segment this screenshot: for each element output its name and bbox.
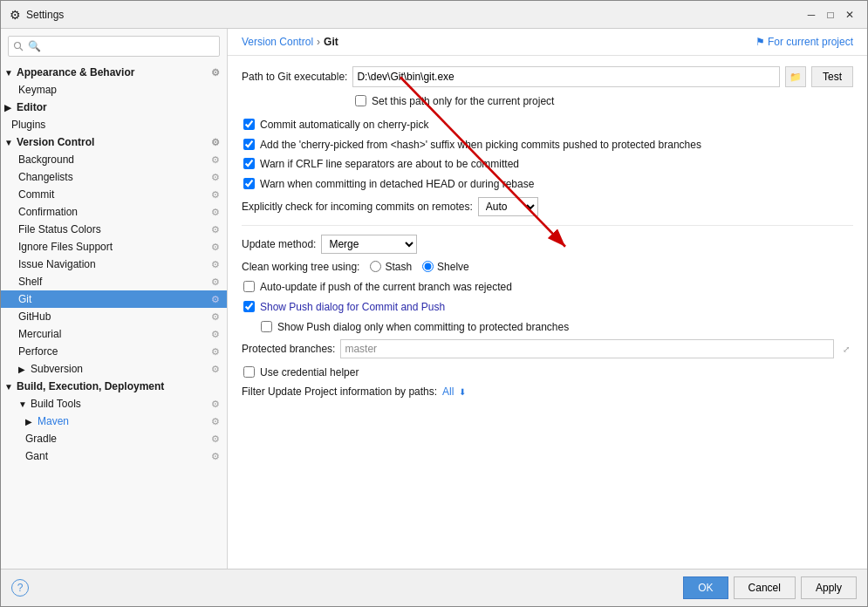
expand-arrow-maven: ▶ bbox=[25, 417, 34, 426]
gear-icon-shelf: ⚙ bbox=[211, 276, 220, 288]
gear-icon-confirmation: ⚙ bbox=[211, 207, 220, 218]
ok-button[interactable]: OK bbox=[683, 576, 728, 599]
maximize-button[interactable]: □ bbox=[822, 6, 839, 24]
right-panel: Version Control › Git ⚑ For current proj… bbox=[228, 29, 867, 569]
sidebar-label-build: Build, Execution, Deployment bbox=[17, 380, 164, 392]
filter-row: Filter Update Project information by pat… bbox=[242, 385, 853, 398]
sidebar-label-issue-navigation: Issue Navigation bbox=[18, 258, 96, 270]
sidebar-item-keymap[interactable]: Keymap bbox=[1, 81, 227, 99]
sidebar-item-plugins[interactable]: Plugins bbox=[1, 116, 227, 133]
gear-icon-github: ⚙ bbox=[211, 311, 220, 323]
gear-icon-perforce: ⚙ bbox=[211, 346, 220, 358]
stash-radio[interactable] bbox=[370, 261, 381, 272]
gear-icon-changelists: ⚙ bbox=[211, 172, 220, 183]
update-method-select[interactable]: Merge Rebase Branch Default bbox=[321, 235, 417, 254]
auto-update-checkbox[interactable] bbox=[243, 281, 255, 292]
minimize-button[interactable]: ─ bbox=[803, 6, 820, 24]
detached-checkbox[interactable] bbox=[243, 178, 255, 189]
crlf-row: Warn if CRLF line separators are about t… bbox=[242, 157, 853, 172]
gear-icon-commit: ⚙ bbox=[211, 189, 220, 201]
sidebar-label-github: GitHub bbox=[18, 310, 51, 323]
expand-arrow-subversion: ▶ bbox=[18, 365, 27, 374]
sidebar-item-mercurial[interactable]: Mercurial ⚙ bbox=[1, 325, 227, 343]
sidebar-item-confirmation[interactable]: Confirmation ⚙ bbox=[1, 203, 227, 221]
gear-icon-ignore-files: ⚙ bbox=[211, 242, 220, 253]
sidebar-item-github[interactable]: GitHub ⚙ bbox=[1, 308, 227, 325]
gear-icon-build-tools: ⚙ bbox=[211, 399, 220, 410]
sidebar-item-shelf[interactable]: Shelf ⚙ bbox=[1, 273, 227, 290]
sidebar-label-keymap: Keymap bbox=[18, 84, 57, 96]
sidebar-item-gant[interactable]: Gant ⚙ bbox=[1, 447, 227, 465]
test-button[interactable]: Test bbox=[811, 66, 853, 87]
sidebar-item-commit[interactable]: Commit ⚙ bbox=[1, 186, 227, 203]
sidebar-item-editor[interactable]: ▶ Editor bbox=[1, 99, 227, 116]
incoming-commits-select[interactable]: Auto Always Never bbox=[478, 197, 538, 216]
sidebar-label-appearance: Appearance & Behavior bbox=[17, 66, 134, 78]
settings-body: Path to Git executable: 📁 Test Set this … bbox=[228, 56, 867, 569]
set-path-only-checkbox[interactable] bbox=[355, 95, 366, 106]
shelve-radio[interactable] bbox=[422, 261, 434, 272]
git-path-input[interactable] bbox=[352, 66, 780, 87]
cherry-pick-row: Commit automatically on cherry-pick bbox=[242, 118, 853, 133]
close-button[interactable]: ✕ bbox=[841, 6, 858, 24]
show-push-protected-label: Show Push dialog only when committing to… bbox=[277, 320, 569, 335]
gear-icon-appearance: ⚙ bbox=[211, 67, 220, 78]
filter-value[interactable]: All bbox=[442, 385, 454, 398]
update-method-label: Update method: bbox=[242, 238, 316, 250]
breadcrumb-parent[interactable]: Version Control bbox=[242, 36, 313, 48]
window-icon: ⚙ bbox=[10, 8, 21, 22]
sidebar-label-subversion: Subversion bbox=[31, 363, 83, 375]
gear-icon-gradle: ⚙ bbox=[211, 433, 220, 445]
show-push-checkbox[interactable] bbox=[243, 301, 255, 312]
shelve-option: Shelve bbox=[422, 261, 469, 273]
sidebar-item-appearance[interactable]: ▼ Appearance & Behavior ⚙ bbox=[1, 64, 227, 81]
sidebar-item-maven[interactable]: ▶ Maven ⚙ bbox=[1, 413, 227, 430]
credential-helper-label: Use credential helper bbox=[260, 365, 359, 380]
sidebar-item-git[interactable]: Git ⚙ bbox=[1, 290, 227, 308]
cherry-pick-checkbox[interactable] bbox=[243, 119, 255, 130]
search-box bbox=[1, 32, 227, 60]
help-button[interactable]: ? bbox=[11, 579, 29, 597]
show-push-protected-row: Show Push dialog only when committing to… bbox=[242, 320, 853, 335]
sidebar-label-commit: Commit bbox=[18, 188, 54, 201]
sidebar-item-issue-navigation[interactable]: Issue Navigation ⚙ bbox=[1, 256, 227, 273]
window-title: Settings bbox=[26, 9, 64, 21]
sidebar-item-build[interactable]: ▼ Build, Execution, Deployment bbox=[1, 378, 227, 395]
expand-protected-icon[interactable]: ⤢ bbox=[839, 344, 853, 354]
sidebar-item-build-tools[interactable]: ▼ Build Tools ⚙ bbox=[1, 395, 227, 413]
filter-label: Filter Update Project information by pat… bbox=[242, 385, 437, 398]
main-content: ▼ Appearance & Behavior ⚙ Keymap ▶ Edito… bbox=[1, 29, 867, 569]
credential-helper-checkbox[interactable] bbox=[243, 366, 255, 378]
sidebar-label-changelists: Changelists bbox=[18, 171, 73, 183]
expand-arrow-build: ▼ bbox=[4, 382, 13, 392]
sidebar-item-ignore-files[interactable]: Ignore Files Support ⚙ bbox=[1, 238, 227, 256]
set-path-only-label: Set this path only for the current proje… bbox=[372, 94, 554, 109]
sidebar-label-git: Git bbox=[18, 293, 31, 305]
stash-label: Stash bbox=[385, 261, 412, 273]
clean-tree-label: Clean working tree using: bbox=[242, 261, 359, 273]
sidebar-item-file-status-colors[interactable]: File Status Colors ⚙ bbox=[1, 221, 227, 238]
sidebar-item-gradle[interactable]: Gradle ⚙ bbox=[1, 430, 227, 447]
sidebar-label-mercurial: Mercurial bbox=[18, 328, 61, 340]
gear-icon-mercurial: ⚙ bbox=[211, 329, 220, 340]
apply-button[interactable]: Apply bbox=[801, 576, 857, 599]
cancel-button[interactable]: Cancel bbox=[734, 576, 796, 599]
protected-branches-input[interactable] bbox=[340, 339, 834, 358]
sidebar-item-perforce[interactable]: Perforce ⚙ bbox=[1, 343, 227, 360]
sidebar-item-background[interactable]: Background ⚙ bbox=[1, 151, 227, 168]
sidebar-item-version-control[interactable]: ▼ Version Control ⚙ bbox=[1, 133, 227, 151]
sidebar-label-gradle: Gradle bbox=[25, 433, 57, 445]
filter-expand-icon[interactable]: ⬇ bbox=[459, 387, 466, 397]
update-method-row: Update method: Merge Rebase Branch Defau… bbox=[242, 235, 853, 254]
cherry-pick-suffix-checkbox[interactable] bbox=[243, 139, 255, 150]
sidebar-label-plugins: Plugins bbox=[11, 119, 45, 131]
sidebar-item-changelists[interactable]: Changelists ⚙ bbox=[1, 168, 227, 186]
title-bar-controls: ─ □ ✕ bbox=[803, 6, 858, 24]
show-push-protected-checkbox[interactable] bbox=[261, 321, 272, 332]
folder-browse-button[interactable]: 📁 bbox=[785, 66, 806, 87]
crlf-checkbox[interactable] bbox=[243, 158, 255, 169]
for-current-project-link[interactable]: ⚑ For current project bbox=[755, 36, 853, 48]
sidebar-label-file-status-colors: File Status Colors bbox=[18, 223, 101, 235]
sidebar-item-subversion[interactable]: ▶ Subversion ⚙ bbox=[1, 360, 227, 378]
search-input[interactable] bbox=[8, 36, 220, 57]
